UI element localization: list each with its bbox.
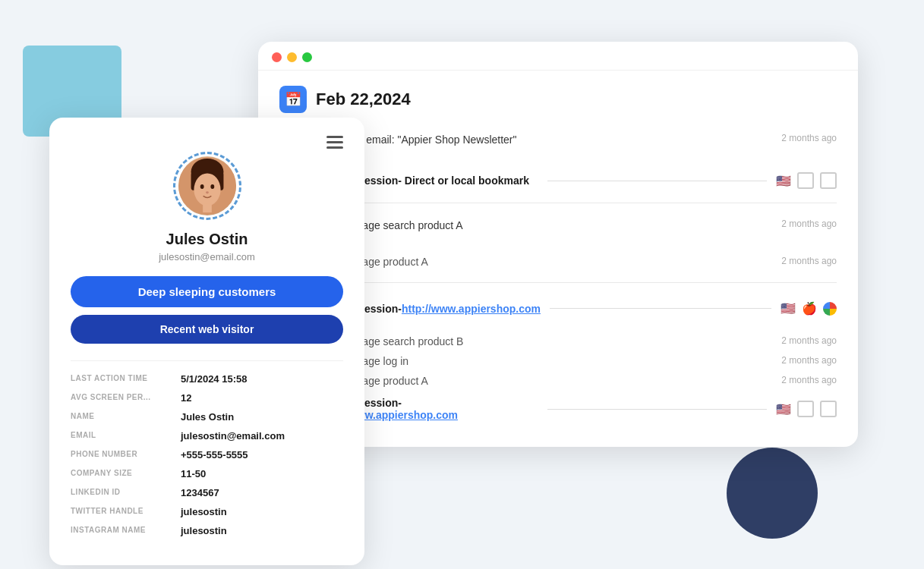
placeholder-icon bbox=[820, 172, 837, 189]
detail-row: LINKEDIN ID 1234567 bbox=[71, 487, 343, 498]
traffic-light-yellow[interactable] bbox=[287, 52, 297, 62]
detail-value: 11-50 bbox=[181, 468, 206, 479]
detail-row: PHONE NUMBER +555-555-5555 bbox=[71, 449, 343, 461]
detail-label: COMPANY SIZE bbox=[71, 468, 181, 477]
session-row: Started session- Direct or local bookmar… bbox=[319, 172, 837, 189]
detail-label: AVG SCREEN PER... bbox=[71, 392, 181, 401]
placeholder-icon bbox=[797, 172, 814, 189]
activity-content: Received email: "Appier Shop Newsletter"… bbox=[319, 133, 837, 148]
detail-value: julesostin bbox=[181, 525, 227, 536]
detail-label: INSTAGRAM NAME bbox=[71, 525, 181, 534]
detail-label: TWITTER HANDLE bbox=[71, 506, 181, 515]
us-flag-icon: 🇺🇸 bbox=[776, 174, 791, 188]
session-row: Started session-http://www.appiershop.co… bbox=[319, 397, 837, 421]
detail-value: 12 bbox=[181, 392, 191, 404]
date-text: Feb 22,2024 bbox=[316, 90, 411, 109]
activity-time: 2 months ago bbox=[781, 218, 837, 229]
avatar-container bbox=[71, 152, 343, 220]
svg-rect-7 bbox=[203, 203, 212, 212]
svg-point-4 bbox=[200, 184, 203, 189]
detail-value: 5/1/2024 15:58 bbox=[181, 373, 247, 385]
detail-row: NAME Jules Ostin bbox=[71, 411, 343, 423]
svg-point-5 bbox=[210, 184, 214, 189]
activity-main-row: Received email: "Appier Shop Newsletter"… bbox=[319, 133, 837, 148]
detail-value: +555-555-5555 bbox=[181, 449, 248, 461]
deep-sleeping-customers-button[interactable]: Deep sleeping customers bbox=[71, 276, 343, 307]
session-divider bbox=[550, 308, 771, 309]
session-flags: 🇺🇸 bbox=[776, 401, 837, 417]
avatar bbox=[178, 156, 236, 215]
chrome-icon bbox=[823, 302, 837, 316]
background-dark-circle bbox=[727, 448, 818, 539]
calendar-icon: 📅 bbox=[279, 86, 307, 113]
user-name: Jules Ostin bbox=[71, 231, 343, 248]
sub-activity-time: 2 months ago bbox=[781, 256, 837, 268]
session-flags: 🇺🇸 bbox=[776, 172, 837, 189]
session-link[interactable]: http://www.appiershop.com bbox=[402, 303, 541, 315]
detail-row: EMAIL julesostin@email.com bbox=[71, 430, 343, 442]
detail-row: TWITTER HANDLE julesostin bbox=[71, 506, 343, 517]
detail-value: Jules Ostin bbox=[181, 411, 234, 423]
detail-label: LAST ACTION TIME bbox=[71, 373, 181, 382]
detail-label: PHONE NUMBER bbox=[71, 449, 181, 458]
us-flag-icon: 🇺🇸 bbox=[781, 301, 796, 316]
sub-activity-time: 2 months ago bbox=[781, 355, 837, 367]
detail-row: INSTAGRAM NAME julesostin bbox=[71, 525, 343, 536]
placeholder-icon bbox=[797, 401, 814, 417]
activity-content: Started session-http://www.appiershop.co… bbox=[319, 298, 837, 316]
svg-point-6 bbox=[206, 191, 209, 193]
profile-details: LAST ACTION TIME 5/1/2024 15:58 AVG SCRE… bbox=[71, 360, 343, 536]
traffic-lights bbox=[258, 42, 858, 71]
session-divider bbox=[547, 409, 767, 410]
detail-value: julesostin bbox=[181, 506, 227, 517]
detail-row: AVG SCREEN PER... 12 bbox=[71, 392, 343, 404]
detail-value: 1234567 bbox=[181, 487, 219, 498]
apple-icon: 🍎 bbox=[802, 301, 817, 316]
placeholder-icon bbox=[820, 401, 837, 417]
card-header bbox=[71, 136, 343, 149]
traffic-light-red[interactable] bbox=[272, 52, 282, 62]
session-flags: 🇺🇸🍎 bbox=[781, 301, 837, 316]
profile-card: Jules Ostin julesostin@email.com Deep sl… bbox=[49, 118, 364, 565]
svg-point-3 bbox=[194, 173, 220, 206]
detail-row: COMPANY SIZE 11-50 bbox=[71, 468, 343, 479]
us-flag-icon: 🇺🇸 bbox=[776, 402, 791, 417]
activity-content: Viewed page search product A 2 months ag… bbox=[319, 218, 837, 234]
avatar-ring bbox=[173, 152, 241, 220]
sub-activity-time: 2 months ago bbox=[781, 375, 837, 387]
traffic-light-green[interactable] bbox=[302, 52, 312, 62]
detail-row: LAST ACTION TIME 5/1/2024 15:58 bbox=[71, 373, 343, 385]
session-row: Started session-http://www.appiershop.co… bbox=[319, 301, 837, 316]
menu-icon[interactable] bbox=[326, 136, 343, 149]
detail-value: julesostin@email.com bbox=[181, 430, 285, 442]
user-email: julesostin@email.com bbox=[71, 251, 343, 262]
session-divider bbox=[547, 181, 767, 181]
detail-label: EMAIL bbox=[71, 430, 181, 439]
detail-label: LINKEDIN ID bbox=[71, 487, 181, 496]
sub-activity-time: 2 months ago bbox=[781, 335, 837, 347]
recent-web-visitor-button[interactable]: Recent web visitor bbox=[71, 315, 343, 344]
activity-time: 2 months ago bbox=[781, 133, 837, 143]
date-header: 📅 Feb 22,2024 bbox=[279, 86, 837, 113]
detail-label: NAME bbox=[71, 411, 181, 420]
activity-main-row: Viewed page search product A 2 months ag… bbox=[319, 218, 837, 234]
